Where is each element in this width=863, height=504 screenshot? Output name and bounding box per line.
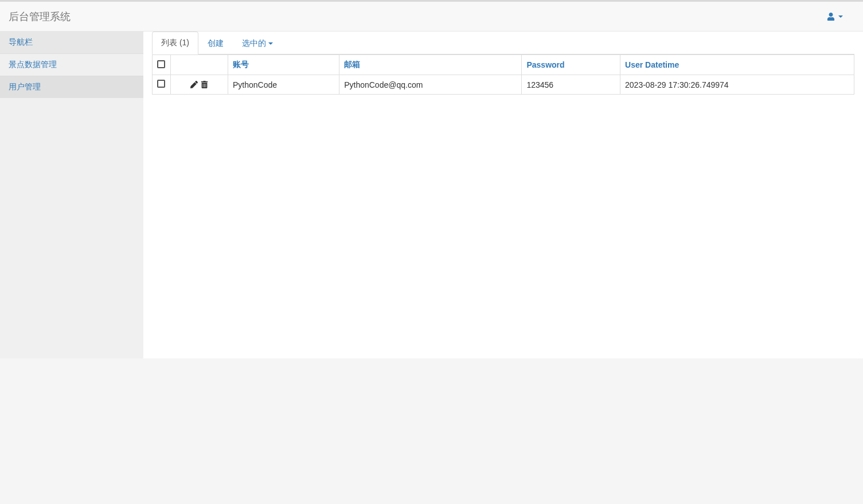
sidebar-item-label[interactable]: 用户管理 [9,82,41,91]
header-datetime-link[interactable]: User Datetime [625,60,679,69]
tab-selected-label: 选中的 [242,38,266,49]
sidebar-item-label[interactable]: 景点数据管理 [9,60,57,69]
row-checkbox[interactable] [157,80,165,88]
tab-list[interactable]: 列表 (1) [152,32,198,54]
header-checkbox-cell [153,55,171,75]
row-actions-cell [171,75,228,95]
header-password: Password [522,55,620,75]
header-email-link[interactable]: 邮箱 [344,60,360,69]
sidebar-header: 导航栏 [0,32,143,53]
data-table: 账号 邮箱 Password User Datetime [152,54,854,95]
caret-down-icon [838,15,843,18]
navbar: 后台管理系统 [0,0,863,32]
navbar-brand[interactable]: 后台管理系统 [9,10,71,24]
tab-list-label: 列表 (1) [161,38,189,48]
tab-create-label: 创建 [208,38,224,49]
caret-down-icon [268,42,273,45]
table-header-row: 账号 邮箱 Password User Datetime [153,55,854,75]
cell-email: PythonCode@qq.com [339,75,522,95]
header-datetime: User Datetime [620,55,854,75]
cell-password: 123456 [522,75,620,95]
cell-account: PythonCode [228,75,339,95]
user-icon [827,13,835,21]
sidebar-item-scenic[interactable]: 景点数据管理 [0,53,143,76]
main-content: 列表 (1) 创建 选中的 [143,32,863,103]
sidebar-item-user[interactable]: 用户管理 [0,76,143,98]
row-checkbox-cell [153,75,171,95]
tab-create[interactable]: 创建 [198,32,233,54]
header-email: 邮箱 [339,55,522,75]
sidebar-header-link[interactable]: 导航栏 [9,37,33,46]
sidebar: 导航栏 景点数据管理 用户管理 [0,32,143,358]
tab-selected[interactable]: 选中的 [233,32,282,54]
header-password-link[interactable]: Password [526,60,564,69]
tabs: 列表 (1) 创建 选中的 [152,32,854,54]
cell-datetime: 2023-08-29 17:30:26.749974 [620,75,854,95]
select-all-checkbox[interactable] [157,60,165,68]
header-actions-cell [171,55,228,75]
header-account-link[interactable]: 账号 [233,60,249,69]
table-row: PythonCode PythonCode@qq.com 123456 2023… [153,75,854,95]
delete-icon[interactable] [201,81,208,88]
container: 导航栏 景点数据管理 用户管理 列表 (1) 创建 选中的 [0,32,863,358]
header-account: 账号 [228,55,339,75]
user-menu[interactable] [827,13,854,21]
edit-icon[interactable] [190,81,198,88]
